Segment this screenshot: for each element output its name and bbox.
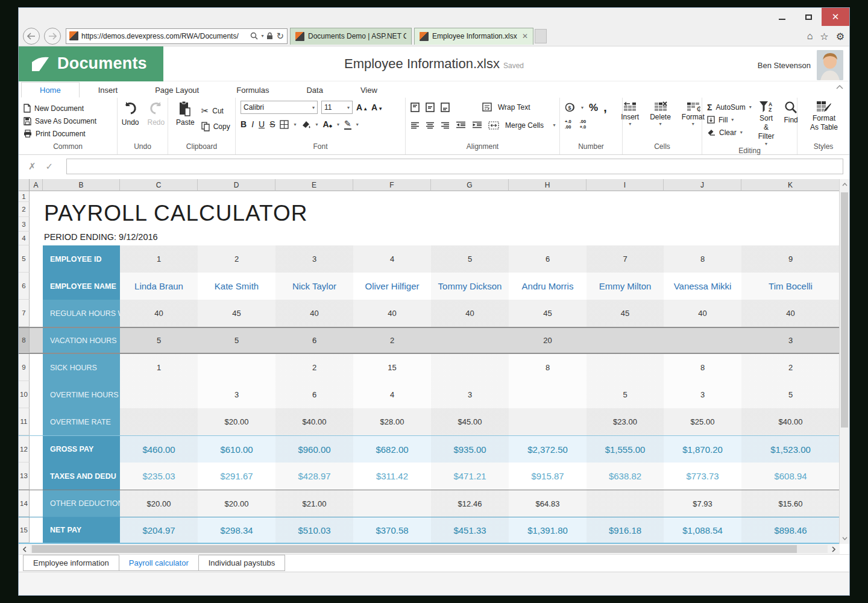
row-label-cell[interactable]: OTHER DEDUCTION — [43, 490, 120, 517]
ribbon-tab-view[interactable]: View — [342, 82, 396, 98]
cell-d11[interactable]: $20.00 — [198, 408, 275, 435]
insert-cells-button[interactable]: Insert ▾ — [618, 101, 642, 142]
cell-i5[interactable]: 7 — [587, 245, 664, 273]
cell-d13[interactable]: $291.67 — [198, 463, 275, 490]
favorites-star-icon[interactable]: ☆ — [820, 31, 828, 42]
ribbon-tab-page-layout[interactable]: Page Layout — [136, 82, 218, 98]
cell-e7[interactable]: 40 — [275, 300, 353, 327]
cell-i13[interactable]: $638.82 — [587, 463, 664, 490]
cell-j11[interactable]: $25.00 — [664, 408, 741, 435]
scroll-left-icon[interactable] — [19, 544, 31, 554]
window-maximize-button[interactable] — [795, 8, 822, 26]
row-number[interactable]: 4 — [19, 232, 30, 245]
align-top-icon[interactable] — [410, 103, 420, 112]
cell-d6[interactable]: Kate Smith — [198, 273, 275, 300]
merge-cells-icon[interactable] — [488, 121, 499, 130]
row-label-cell[interactable]: TAXES AND DEDU — [43, 463, 120, 490]
cell-i6[interactable]: Emmy Milton — [587, 273, 664, 300]
row-label-cell[interactable]: GROSS PAY — [43, 436, 120, 463]
increase-decimal-button[interactable]: +.0.00 — [565, 119, 571, 130]
row-label-cell[interactable]: EMPLOYEE NAME — [43, 273, 120, 300]
cancel-entry-icon[interactable]: ✗ — [28, 161, 36, 172]
column-header-I[interactable]: I — [587, 179, 664, 191]
column-header-E[interactable]: E — [275, 179, 353, 191]
cell-i11[interactable]: $23.00 — [587, 408, 664, 435]
cell-e9[interactable]: 2 — [275, 354, 353, 381]
select-all-corner[interactable] — [19, 179, 30, 191]
cell-a8[interactable] — [30, 328, 43, 353]
confirm-entry-icon[interactable]: ✓ — [46, 161, 54, 172]
cell-h9[interactable]: 8 — [509, 354, 587, 381]
merge-cells-button[interactable]: Merge Cells ▾ — [505, 119, 555, 131]
scroll-down-icon[interactable] — [840, 533, 849, 544]
cell-d9[interactable] — [198, 354, 275, 381]
cell-k9[interactable]: 2 — [741, 354, 840, 381]
row-number[interactable]: 11 — [19, 408, 30, 435]
undo-button[interactable]: Undo — [119, 101, 142, 127]
cell-f9[interactable]: 15 — [353, 354, 431, 381]
grow-font-button[interactable]: A▲ — [356, 103, 368, 112]
user-account[interactable]: Ben Stevenson — [758, 50, 843, 80]
cell-k12[interactable]: $1,523.00 — [741, 436, 840, 463]
sheet-tab-payroll-calculator[interactable]: Payroll calculator — [119, 555, 199, 571]
ribbon-tab-data[interactable]: Data — [288, 82, 341, 98]
row-number[interactable]: 2 — [19, 202, 30, 217]
row-number[interactable]: 8 — [19, 328, 30, 353]
cell-k8[interactable]: 3 — [741, 328, 840, 353]
window-close-button[interactable]: ✕ — [822, 8, 849, 26]
clear-button[interactable]: Clear ▾ — [707, 126, 752, 139]
empty-cells[interactable] — [30, 232, 840, 245]
cell-f14[interactable] — [353, 490, 431, 517]
align-right-icon[interactable] — [441, 122, 450, 129]
borders-button[interactable] — [280, 120, 289, 129]
cell-f11[interactable]: $28.00 — [353, 408, 431, 435]
row-number[interactable]: 3 — [19, 217, 30, 232]
cell-e5[interactable]: 3 — [275, 245, 353, 273]
column-header-C[interactable]: C — [120, 179, 198, 191]
address-bar[interactable]: https://demos.devexpress.com/RWA/Documen… — [66, 28, 288, 44]
cell-f15[interactable]: $370.58 — [353, 517, 431, 543]
vertical-scroll-thumb[interactable] — [841, 192, 848, 428]
cell-g8[interactable] — [431, 328, 509, 353]
percent-style-button[interactable]: % — [589, 102, 598, 114]
cell-h5[interactable]: 6 — [509, 245, 587, 273]
cell-d14[interactable]: $20.00 — [198, 490, 275, 517]
ribbon-tab-insert[interactable]: Insert — [80, 82, 137, 98]
cell-c9[interactable]: 1 — [120, 354, 198, 381]
cell-g6[interactable]: Tommy Dickson — [431, 273, 509, 300]
wrap-text-button[interactable]: Wrap Text — [498, 101, 530, 113]
cell-c7[interactable]: 40 — [120, 300, 198, 327]
cell-h6[interactable]: Andru Morris — [509, 273, 587, 300]
settings-gear-icon[interactable]: ⚙ — [836, 31, 844, 42]
cell-j6[interactable]: Vanessa Mikki — [664, 273, 741, 300]
cell-g10[interactable]: 3 — [431, 381, 509, 408]
delete-cells-button[interactable]: Delete ▾ — [647, 101, 674, 142]
browser-tab-documents-demo[interactable]: Documents Demo | ASP.NET C... — [290, 28, 412, 45]
cell-f6[interactable]: Oliver Hilfiger — [353, 273, 431, 300]
empty-cells[interactable] — [30, 217, 840, 232]
column-header-F[interactable]: F — [353, 179, 431, 191]
row-number[interactable]: 9 — [19, 354, 30, 381]
save-as-document-button[interactable]: Save As Document — [24, 115, 113, 127]
comma-style-button[interactable]: , — [603, 101, 607, 115]
cell-k10[interactable]: 5 — [741, 381, 840, 408]
cell-j7[interactable]: 40 — [664, 300, 741, 327]
cell-j15[interactable]: $1,088.54 — [664, 517, 741, 543]
cell-e14[interactable]: $21.00 — [275, 490, 353, 517]
cell-a14[interactable] — [30, 490, 43, 517]
cell-f13[interactable]: $311.42 — [353, 463, 431, 490]
row-label-cell[interactable]: SICK HOURS — [43, 354, 120, 381]
cell-a12[interactable] — [30, 436, 43, 463]
accounting-format-icon[interactable]: $ — [565, 103, 576, 113]
underline-button[interactable]: U — [259, 119, 265, 129]
cell-k11[interactable]: $40.00 — [741, 408, 840, 435]
cell-g7[interactable]: 40 — [431, 300, 509, 327]
cell-k13[interactable]: $608.94 — [741, 463, 840, 490]
cell-i9[interactable] — [587, 354, 664, 381]
row-label-cell[interactable]: OVERTIME RATE — [43, 408, 120, 435]
cell-g14[interactable]: $12.46 — [431, 490, 509, 517]
empty-cells[interactable] — [30, 191, 840, 202]
cell-a15[interactable] — [30, 517, 43, 543]
cell-k5[interactable]: 9 — [741, 245, 840, 273]
bold-button[interactable]: B — [241, 119, 247, 129]
